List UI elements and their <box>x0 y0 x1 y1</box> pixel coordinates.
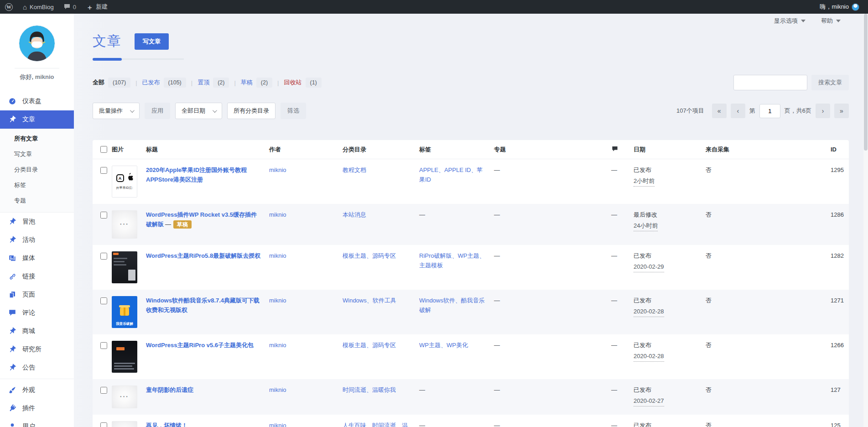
sidebar-item-activity[interactable]: 活动 <box>0 231 74 249</box>
sidebar-item-maopao[interactable]: 冒泡 <box>0 213 74 231</box>
row-checkbox[interactable] <box>100 342 107 349</box>
row-checkbox[interactable] <box>100 422 107 427</box>
row-checkbox[interactable] <box>100 253 107 260</box>
category-links[interactable]: 模板主题、源码专区 <box>343 342 396 349</box>
sidebar-subitem-new-post[interactable]: 写文章 <box>0 146 74 162</box>
bulk-action-select[interactable]: 批量操作 <box>93 103 140 119</box>
filter-draft-link[interactable]: 草稿 <box>241 79 253 86</box>
new-content-link[interactable]: ＋ 新建 <box>81 0 113 14</box>
search-input[interactable] <box>733 75 807 90</box>
sidebar-subitem-topics[interactable]: 专题 <box>0 193 74 208</box>
author-link[interactable]: miknio <box>269 211 286 218</box>
help-toggle[interactable]: 帮助 <box>821 17 841 25</box>
row-checkbox[interactable] <box>100 167 107 174</box>
date-link[interactable]: 2020-02-29 <box>634 262 664 272</box>
tag-links[interactable]: APPLE、APPLE ID、苹果ID <box>419 167 483 183</box>
sidebar-subitem-all-posts[interactable]: 所有文章 <box>0 131 74 146</box>
sidebar-item-appearance[interactable]: 外观 <box>0 381 74 399</box>
category-links[interactable]: 模板主题、源码专区 <box>343 252 396 259</box>
post-title-link[interactable]: 再见，坏情绪！ <box>146 422 187 427</box>
category-links[interactable]: 人生百味、时间流逝、温暖你我 <box>343 422 408 427</box>
post-thumbnail-placeholder[interactable]: ●●● <box>112 385 137 408</box>
date-link[interactable]: 2020-02-28 <box>634 352 664 362</box>
post-title-link[interactable]: WordPress插件WP Rocket v3.5缓存插件破解版 <box>146 211 257 228</box>
author-link[interactable]: miknio <box>269 422 286 427</box>
scrollbar-thumb[interactable] <box>864 14 868 151</box>
author-link[interactable]: miknio <box>269 297 286 304</box>
sidebar-item-posts[interactable]: 文章 <box>0 110 74 129</box>
post-title-link[interactable]: 2020年Apple苹果ID注册国外账号教程APPStore港美区注册 <box>146 167 247 183</box>
sidebar-item-dashboard[interactable]: 仪表盘 <box>0 92 74 110</box>
post-title-link[interactable]: WordPress主题RiPro5.8最新破解版去授权 <box>146 252 260 259</box>
post-thumbnail[interactable]: 我音乐破解 <box>112 296 137 328</box>
date-link[interactable]: 2020-02-27 <box>634 396 664 406</box>
wordpress-logo-menu[interactable]: W <box>0 0 18 14</box>
date-filter-select[interactable]: 全部日期 <box>175 103 222 119</box>
last-page-button[interactable]: » <box>834 104 849 118</box>
post-thumbnail[interactable] <box>112 341 137 373</box>
current-page-input[interactable] <box>759 104 780 118</box>
category-filter-select[interactable]: 所有分类目录 <box>227 103 275 119</box>
apply-button[interactable]: 应用 <box>145 103 170 119</box>
row-checkbox[interactable] <box>100 212 107 219</box>
site-name-link[interactable]: ⌂ KomBiog <box>18 0 59 14</box>
sidebar-item-lab[interactable]: 研究所 <box>0 340 74 359</box>
date-link[interactable]: 2小时前 <box>634 177 655 187</box>
post-title-link[interactable]: 童年阴影的后遗症 <box>146 386 193 393</box>
row-checkbox[interactable] <box>100 387 107 394</box>
post-title-link[interactable]: Windows软件酷我音乐v8.7.4典藏版可下载收费和无视版权 <box>146 297 260 313</box>
post-title-link[interactable]: WordPress主题RiPro v5.6子主题美化包 <box>146 342 254 349</box>
category-links[interactable]: 时间流逝、温暖你我 <box>343 386 396 393</box>
category-links[interactable]: Windows、软件工具 <box>343 297 396 304</box>
page-scrollbar[interactable] <box>863 14 868 427</box>
post-thumbnail[interactable] <box>112 251 137 283</box>
sidebar-item-plugins[interactable]: 插件 <box>0 399 74 417</box>
add-new-post-button[interactable]: 写文章 <box>135 33 169 50</box>
category-links[interactable]: 教程文档 <box>343 167 366 173</box>
sidebar-item-shop[interactable]: 商城 <box>0 322 74 340</box>
first-page-button[interactable]: « <box>712 104 727 118</box>
post-thumbnail-placeholder[interactable]: ●●● <box>112 210 137 239</box>
sidebar-subitem-tags[interactable]: 标签 <box>0 177 74 193</box>
prev-page-button[interactable]: ‹ <box>731 104 745 118</box>
sidebar-item-announcements[interactable]: 公告 <box>0 359 74 377</box>
display-options-toggle[interactable]: 显示选项 <box>774 17 806 25</box>
sidebar-item-links[interactable]: 链接 <box>0 267 74 286</box>
my-account-link[interactable]: 嗨，miknio <box>815 0 864 14</box>
filter-all-count[interactable]: (107) <box>108 78 130 88</box>
search-posts-button[interactable]: 搜索文章 <box>811 75 849 90</box>
filter-draft-count[interactable]: (2) <box>256 78 272 88</box>
sidebar-item-comments[interactable]: 评论 <box>0 304 74 322</box>
filter-sticky-count[interactable]: (2) <box>213 78 229 88</box>
date-link[interactable]: 2020-02-28 <box>634 307 664 317</box>
filter-button[interactable]: 筛选 <box>281 103 306 119</box>
comments-value: — <box>611 167 617 173</box>
category-links[interactable]: 本站消息 <box>343 211 366 218</box>
author-link[interactable]: miknio <box>269 386 286 393</box>
filter-trash-count[interactable]: (1) <box>306 78 322 88</box>
filter-all-link[interactable]: 全部 <box>93 79 104 86</box>
sidebar-item-pages[interactable]: 页面 <box>0 286 74 304</box>
author-link[interactable]: miknio <box>269 252 286 259</box>
tag-links[interactable]: WP主题、WP美化 <box>419 342 468 349</box>
post-id: 1282 <box>831 252 844 259</box>
next-page-button[interactable]: › <box>816 104 830 118</box>
tag-links[interactable]: Windows软件、酷我音乐破解 <box>419 297 485 313</box>
sidebar-item-media[interactable]: 媒体 <box>0 249 74 267</box>
author-link[interactable]: miknio <box>269 167 286 173</box>
date-link[interactable]: 24小时前 <box>634 221 658 231</box>
sidebar-item-users[interactable]: 用户 <box>0 417 74 427</box>
collected-value: 否 <box>706 167 712 173</box>
filter-published-count[interactable]: (105) <box>164 78 186 88</box>
sidebar-subitem-categories[interactable]: 分类目录 <box>0 162 74 177</box>
select-all-checkbox[interactable] <box>100 146 107 153</box>
tag-links[interactable]: RiPro破解版、WP主题、主题模板 <box>419 252 485 269</box>
row-checkbox[interactable] <box>100 297 107 304</box>
comments-admin-link[interactable]: 0 <box>59 0 81 14</box>
filter-published-link[interactable]: 已发布 <box>142 79 160 86</box>
post-thumbnail-placeholder[interactable]: ●●● <box>112 421 137 427</box>
filter-sticky-link[interactable]: 置顶 <box>198 79 209 86</box>
author-link[interactable]: miknio <box>269 342 286 349</box>
filter-trash-link[interactable]: 回收站 <box>284 79 302 86</box>
post-thumbnail[interactable]: A 外苹果ID注: <box>112 166 137 198</box>
